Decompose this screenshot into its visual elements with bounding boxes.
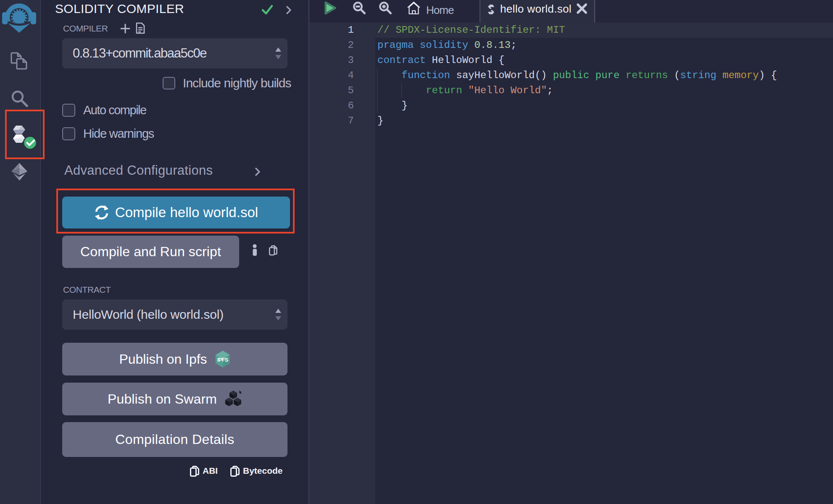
svg-text:IPFS: IPFS: [218, 357, 229, 363]
